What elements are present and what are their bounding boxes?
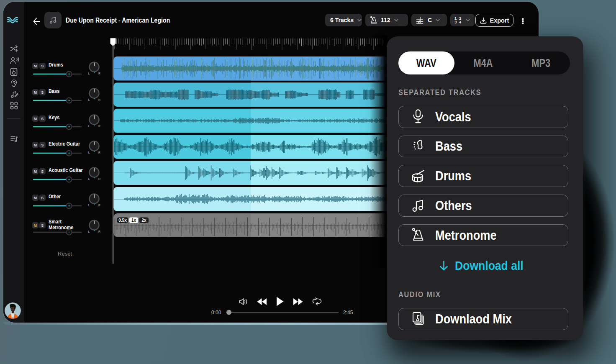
svg-text:R: R: [98, 72, 100, 75]
svg-text:L: L: [88, 204, 90, 207]
svg-text:1x: 1x: [131, 218, 136, 223]
svg-text:R: R: [98, 151, 100, 154]
svg-text:L: L: [88, 72, 90, 75]
svg-text:R: R: [98, 204, 100, 207]
svg-text:L: L: [88, 98, 90, 101]
svg-text:2x: 2x: [141, 218, 146, 223]
svg-text:R: R: [98, 125, 100, 128]
svg-text:L: L: [88, 230, 90, 233]
svg-text:R: R: [98, 98, 100, 101]
svg-text:L: L: [88, 125, 90, 128]
svg-text:L: L: [88, 151, 90, 154]
svg-text:R: R: [98, 230, 100, 233]
svg-text:L: L: [88, 177, 90, 180]
svg-text:R: R: [98, 177, 100, 180]
svg-text:0.5x: 0.5x: [118, 218, 127, 223]
